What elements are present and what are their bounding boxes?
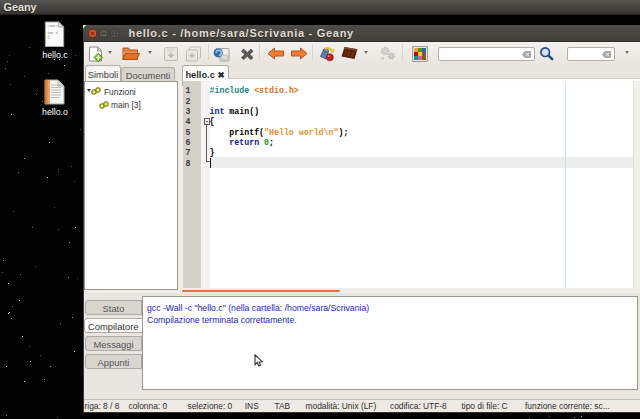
svg-text:{: { — [47, 35, 49, 39]
svg-text:#inc?: #inc? — [47, 24, 57, 28]
